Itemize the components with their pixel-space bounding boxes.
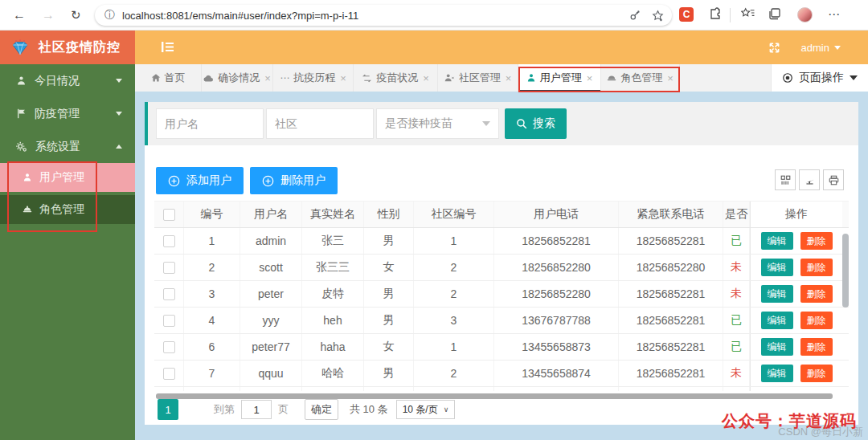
chevron-up-icon bbox=[116, 145, 122, 149]
row-select-cell bbox=[154, 308, 184, 333]
cell-realname: 张三 bbox=[302, 228, 364, 254]
current-page-button[interactable]: 1 bbox=[158, 399, 178, 420]
tab-role-mgmt[interactable]: 角色管理 × bbox=[601, 64, 680, 92]
tab-history[interactable]: ⋯ 抗疫历程 × bbox=[273, 64, 354, 92]
close-icon[interactable]: × bbox=[587, 72, 593, 84]
goto-suffix-label: 页 bbox=[278, 402, 289, 417]
forward-icon[interactable]: → bbox=[42, 8, 55, 22]
cell-phone bbox=[494, 387, 619, 391]
row-checkbox[interactable] bbox=[163, 235, 175, 247]
flag-icon bbox=[16, 108, 27, 119]
favorites-bar-icon[interactable] bbox=[741, 7, 755, 19]
refresh-icon[interactable]: ↻ bbox=[71, 8, 81, 22]
sidebar-item-today[interactable]: 今日情况 bbox=[0, 64, 135, 97]
table-row: 6 peter77 haha 女 1 13455658873 182568522… bbox=[154, 334, 849, 361]
horizontal-scrollbar[interactable] bbox=[156, 393, 833, 399]
user-menu[interactable]: admin bbox=[801, 42, 841, 54]
vertical-scrollbar[interactable] bbox=[842, 234, 849, 308]
cell-gender: 女 bbox=[364, 255, 414, 280]
cell-id: 1 bbox=[184, 228, 240, 254]
row-checkbox[interactable] bbox=[163, 288, 175, 300]
vaccine-select[interactable]: 是否接种疫苗 bbox=[376, 108, 499, 139]
edit-button[interactable]: 编辑 bbox=[761, 312, 793, 329]
cell-realname: 哈哈 bbox=[302, 361, 364, 386]
columns-filter-icon[interactable] bbox=[775, 169, 796, 190]
edit-button[interactable]: 编辑 bbox=[761, 232, 793, 250]
site-info-icon[interactable]: ⓘ bbox=[104, 8, 115, 22]
chevron-down-icon: ∨ bbox=[444, 405, 449, 414]
extension-c-icon[interactable]: C bbox=[679, 7, 694, 22]
close-icon[interactable]: × bbox=[340, 72, 346, 84]
sidebar-item-settings[interactable]: 系统设置 bbox=[0, 130, 135, 163]
close-icon[interactable]: × bbox=[423, 72, 429, 84]
goto-confirm-button[interactable]: 确定 bbox=[305, 399, 338, 420]
edit-button[interactable]: 编辑 bbox=[761, 285, 793, 303]
delete-button[interactable]: 删除 bbox=[800, 312, 833, 329]
page-operations-button[interactable]: 页面操作 bbox=[771, 64, 868, 92]
address-bar[interactable]: ⓘ localhost:8081/ems/main#user/index?mpi… bbox=[95, 5, 672, 26]
delete-button[interactable]: 删除 bbox=[800, 259, 833, 276]
close-icon[interactable]: × bbox=[264, 72, 271, 84]
community-filter-input[interactable] bbox=[266, 108, 374, 139]
edit-button[interactable]: 编辑 bbox=[761, 365, 793, 382]
password-key-icon[interactable] bbox=[629, 10, 641, 21]
row-checkbox[interactable] bbox=[163, 262, 175, 274]
row-checkbox[interactable] bbox=[163, 368, 175, 380]
search-button[interactable]: 搜索 bbox=[505, 108, 567, 139]
username-filter-input[interactable] bbox=[156, 108, 264, 139]
url-text[interactable]: localhost:8081/ems/main#user/index?mpi=m… bbox=[122, 10, 618, 22]
delete-button[interactable]: 删除 bbox=[800, 232, 833, 250]
delete-button[interactable]: 删除 bbox=[800, 338, 833, 356]
close-icon[interactable]: × bbox=[667, 72, 674, 84]
menu-toggle-icon[interactable] bbox=[161, 41, 174, 53]
delete-button[interactable]: 删除 bbox=[800, 285, 833, 303]
tab-user-mgmt[interactable]: 用户管理 × bbox=[518, 64, 601, 92]
column-header: 是否 bbox=[723, 202, 750, 227]
fullscreen-icon[interactable] bbox=[768, 42, 780, 54]
cell-realname bbox=[302, 387, 364, 391]
cell-username: yyy bbox=[240, 308, 302, 333]
user-table: 编号 用户名 真实姓名 性别 社区编号 用户电话 紧急联系电话 是否 操作 1 … bbox=[154, 201, 849, 391]
print-icon[interactable] bbox=[823, 169, 844, 190]
tab-community[interactable]: 社区管理 × bbox=[438, 64, 518, 92]
edit-button[interactable]: 编辑 bbox=[761, 338, 793, 356]
column-header: 性别 bbox=[364, 202, 414, 227]
red-watermark: 公众号：芋道源码 bbox=[722, 410, 857, 432]
delete-user-button[interactable]: 删除用户 bbox=[250, 167, 338, 194]
delete-button[interactable]: 删除 bbox=[800, 365, 833, 382]
chevron-down-icon bbox=[834, 46, 841, 50]
browser-menu-icon[interactable]: ⋯ bbox=[828, 7, 841, 22]
select-all-checkbox[interactable] bbox=[163, 209, 175, 221]
cell-username: scott bbox=[240, 255, 302, 280]
collections-icon[interactable] bbox=[768, 7, 781, 20]
cell-id: 3 bbox=[184, 281, 240, 307]
table-toolbar bbox=[775, 169, 844, 190]
tab-home[interactable]: 首页 bbox=[135, 64, 202, 92]
edit-button[interactable]: 编辑 bbox=[761, 259, 793, 276]
close-icon[interactable]: × bbox=[506, 72, 512, 84]
goto-page-input[interactable] bbox=[241, 400, 272, 419]
sidebar-subitem-user-mgmt[interactable]: 用户管理 bbox=[0, 163, 135, 192]
sidebar-subitem-role-mgmt[interactable]: 角色管理 bbox=[0, 195, 135, 224]
row-checkbox[interactable] bbox=[163, 341, 175, 353]
tab-confirmed[interactable]: 确诊情况 × bbox=[202, 64, 273, 92]
row-checkbox[interactable] bbox=[163, 315, 175, 327]
extensions-puzzle-icon[interactable] bbox=[709, 7, 722, 20]
export-icon[interactable] bbox=[799, 169, 820, 190]
tab-label: 社区管理 bbox=[459, 71, 501, 85]
row-select-cell bbox=[154, 255, 184, 280]
cell-username: peter77 bbox=[240, 334, 302, 360]
cell-vaccinated: 未 bbox=[723, 281, 750, 307]
page-size-select[interactable]: 10 条/页 ∨ bbox=[396, 400, 456, 419]
sidebar-item-prevention[interactable]: 防疫管理 bbox=[0, 97, 135, 130]
profile-avatar[interactable] bbox=[797, 7, 813, 22]
user-icon bbox=[526, 73, 536, 83]
favorite-star-icon[interactable] bbox=[652, 10, 664, 22]
add-user-button[interactable]: 添加用户 bbox=[156, 167, 244, 194]
sidebar-item-label: 系统设置 bbox=[35, 140, 80, 154]
cell-community bbox=[414, 387, 494, 391]
plus-circle-icon bbox=[262, 175, 274, 187]
tab-label: 角色管理 bbox=[620, 71, 662, 85]
tab-vaccine[interactable]: 疫苗状况 × bbox=[354, 64, 438, 92]
back-icon[interactable]: ← bbox=[13, 8, 26, 22]
